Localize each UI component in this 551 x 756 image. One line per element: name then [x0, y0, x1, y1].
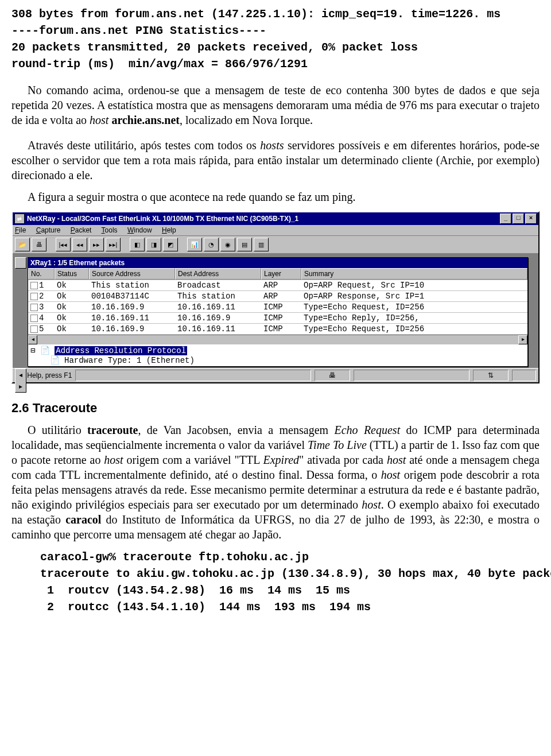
table-row[interactable]: 1OkThis stationBroadcastARPOp=ARP Reques… [28, 280, 527, 291]
window-title: NetXRay - Local/3Com Fast EtherLink XL 1… [27, 215, 499, 223]
table-row[interactable]: 4Ok10.16.169.1110.16.169.9ICMPType=Echo … [28, 313, 527, 324]
menu-window[interactable]: Window [127, 226, 152, 234]
table-row[interactable]: 2Ok00104B37114CThis stationARPOp=ARP Res… [28, 291, 527, 302]
traceroute-output: caracol-gw% traceroute ftp.tohoku.ac.jp … [40, 549, 540, 615]
prev-icon[interactable]: ◂◂ [72, 238, 87, 251]
menu-tools[interactable]: Tools [102, 226, 118, 234]
section-heading: 2.6 Traceroute [11, 401, 540, 416]
status-pane [354, 370, 469, 381]
tool7-icon[interactable]: ◩ [163, 238, 178, 251]
col-src[interactable]: Source Address [89, 268, 175, 280]
last-icon[interactable]: ▸▸| [106, 238, 121, 251]
menubar: File Capture Packet Tools Window Help [13, 225, 538, 236]
pie-icon[interactable]: ◔ [204, 238, 219, 251]
col-layer[interactable]: Layer [261, 268, 301, 280]
col-status[interactable]: Status [55, 268, 89, 280]
open-icon[interactable]: 📂 [15, 238, 30, 251]
col-summary[interactable]: Summary [301, 268, 527, 280]
app-icon: ⇄ [14, 214, 25, 224]
statusbar: For Help, press F1 🖶 ⇅ [13, 368, 538, 382]
ping-output: 308 bytes from forum.ans.net (147.225.1.… [11, 6, 540, 72]
hscrollbar[interactable]: ◂ ▸ [28, 335, 527, 344]
menu-help[interactable]: Help [162, 226, 176, 234]
paragraph-2: Através deste utilitário, após testes co… [11, 138, 540, 183]
traceroute-para: O utilitário traceroute, de Van Jacobsen… [11, 422, 540, 542]
menu-file[interactable]: File [15, 226, 26, 234]
first-icon[interactable]: |◂◂ [56, 238, 71, 251]
decode-tree[interactable]: ⊟ 📄 Address Resolution Protocol 📄 Hardwa… [28, 344, 527, 366]
tool11-icon[interactable]: ▤ [237, 238, 252, 251]
close-button[interactable]: × [525, 214, 537, 224]
col-dst[interactable]: Dest Address [175, 268, 261, 280]
netxray-window: ⇄ NetXRay - Local/3Com Fast EtherLink XL… [11, 211, 540, 383]
status-pane-2 [512, 370, 536, 381]
status-pane-print: 🖶 [315, 370, 350, 381]
doc-title[interactable]: XRay1 : 1/5 Ethernet packets [28, 258, 527, 268]
tool5-icon[interactable]: ◧ [130, 238, 145, 251]
maximize-button[interactable]: □ [513, 214, 524, 224]
table-row[interactable]: 3Ok10.16.169.910.16.169.11ICMPType=Echo … [28, 302, 527, 313]
node-icon[interactable]: ◉ [220, 238, 235, 251]
print-icon[interactable]: 🖶 [32, 238, 46, 251]
status-pane-net: ⇅ [473, 370, 509, 381]
chart-icon[interactable]: 📊 [187, 238, 202, 251]
menu-packet[interactable]: Packet [71, 226, 92, 234]
next-icon[interactable]: ▸▸ [89, 238, 104, 251]
menu-capture[interactable]: Capture [36, 226, 61, 234]
col-no[interactable]: No. [28, 268, 55, 280]
toolbar: 📂 🖶 |◂◂ ◂◂ ▸▸ ▸▸| ◧ ◨ ◩ 📊 ◔ ◉ ▤ ▥ [13, 236, 538, 254]
paragraph-3: A figura a seguir mostra o que acontece … [11, 189, 540, 204]
sidebar-handle-2[interactable]: ◂▸ [15, 369, 26, 393]
scroll-right-icon[interactable]: ▸ [518, 335, 527, 344]
grid-header: No. Status Source Address Dest Address L… [28, 268, 527, 280]
tool6-icon[interactable]: ◨ [146, 238, 161, 251]
packet-list-window: XRay1 : 1/5 Ethernet packets No. Status … [28, 257, 528, 367]
minimize-button[interactable]: _ [500, 214, 511, 224]
scroll-left-icon[interactable]: ◂ [28, 335, 37, 344]
sidebar-handle[interactable] [15, 257, 26, 269]
tool12-icon[interactable]: ▥ [254, 238, 269, 251]
paragraph-1: No comando acima, ordenou-se que a mensa… [11, 83, 540, 127]
titlebar[interactable]: ⇄ NetXRay - Local/3Com Fast EtherLink XL… [13, 212, 538, 225]
table-row[interactable]: 5Ok10.16.169.910.16.169.11ICMPType=Echo … [28, 324, 527, 335]
